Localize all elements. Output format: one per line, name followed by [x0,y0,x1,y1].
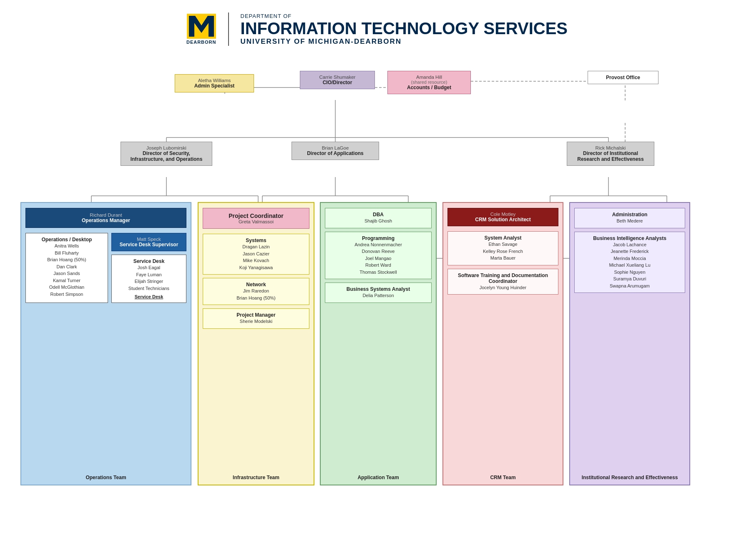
crm-team-box: Cole Motley CRM Solution Architect Syste… [442,202,563,485]
bsa-people: Delia Patterson [329,292,428,299]
systems-title: Systems [206,238,306,243]
dba-title: DBA [329,212,428,218]
provost-label: Provost Office [592,75,654,80]
proj-manager-people: Sherie Modelski [206,318,306,325]
richard-title: Operations Manager [31,218,181,223]
dba-people: Shajib Ghosh [329,218,428,225]
org-chart-container: Aletha Williams Admin Specialist Carrie … [8,54,746,533]
cole-title: CRM Solution Architect [452,217,554,222]
brian-lagoe-title: Director of Applications [296,150,374,156]
service-desk-link[interactable]: Service Desk [115,294,183,299]
rick-box: Rick Michalski Director of Institutional… [567,142,654,166]
page-header: DEARBORN DEPARTMENT OF INFORMATION TECHN… [0,0,754,54]
sw-training-title: Software Training and Documentation Coor… [451,272,555,284]
ops-team-label: Operations Team [21,473,191,480]
cole-box: Cole Motley CRM Solution Architect [447,208,558,226]
bi-analysts-title: Business Intelligence Analysts [578,235,681,241]
matt-name: Matt Speck [115,237,183,242]
infra-team-box: Project Coordinator Greta Valmassoi Syst… [198,202,314,485]
amanda-name: Amanda Hill [392,75,466,80]
proj-coord-box: Project Coordinator Greta Valmassoi [203,208,309,229]
header-text: DEPARTMENT OF INFORMATION TECHNOLOGY SER… [241,13,568,46]
brian-lagoe-box: Brian LaGoe Director of Applications [292,142,379,160]
amanda-note: (shared resource) [392,80,466,85]
app-team-label: Application Team [321,473,436,480]
dba-box: DBA Shajib Ghosh [325,208,432,228]
aletha-box: Aletha Williams Admin Specialist [175,74,254,92]
bi-analysts-box: Business Intelligence Analysts Jacob Lac… [574,232,685,293]
ops-desktop-people: Anitra WellsBill FluhartyBrian Hoang (50… [29,242,104,298]
crm-team-label: CRM Team [443,473,563,480]
matt-box: Matt Speck Service Desk Supervisor [111,233,186,251]
service-desk-box: Service Desk Josh EagalFaye LumanElijah … [111,255,186,303]
bsa-box: Business Systems Analyst Delia Patterson [325,282,432,303]
service-desk-people: Josh EagalFaye LumanElijah StringerStude… [115,264,183,292]
aletha-title: Admin Specialist [179,83,249,89]
aletha-name: Aletha Williams [179,78,249,83]
its-label: INFORMATION TECHNOLOGY SERVICES [241,19,568,38]
systems-box: Systems Dragan LazinJason CazierMike Kov… [203,234,309,275]
infra-team-label: Infrastructure Team [199,473,314,480]
cio-title: CIO/Director [304,80,370,85]
amanda-title: Accounts / Budget [392,85,466,90]
proj-manager-title: Project Manager [206,312,306,318]
cio-box: Carrie Shumaker CIO/Director [300,71,375,89]
administration-box: Administration Beth Medere [574,208,685,228]
dept-label: DEPARTMENT OF [241,13,568,19]
ops-right: Matt Speck Service Desk Supervisor Servi… [111,233,186,303]
amanda-box: Amanda Hill (shared resource) Accounts /… [387,71,471,94]
richard-name: Richard Durant [31,212,181,218]
joseph-box: Joseph Lubomirski Director of Security, … [121,142,212,166]
app-team-box: DBA Shajib Ghosh Programming Andrea Nonn… [320,202,437,485]
brian-lagoe-name: Brian LaGoe [296,145,374,150]
proj-coord-title: Project Coordinator [208,212,304,219]
administration-title: Administration [578,212,681,218]
ire-team-label: Institutional Research and Effectiveness [570,473,689,480]
dearborn-label: DEARBORN [186,40,216,45]
michigan-m-logo [187,14,216,39]
ops-desktop-box: Operations / Desktop Anitra WellsBill Fl… [25,233,108,303]
proj-manager-box: Project Manager Sherie Modelski [203,308,309,329]
network-title: Network [206,282,306,288]
ops-inner: Operations / Desktop Anitra WellsBill Fl… [25,233,186,303]
umd-label: UNIVERSITY OF MICHIGAN-DEARBORN [241,38,568,46]
programming-box: Programming Andrea NonnenmacherDonovan R… [325,232,432,280]
org-chart: Aletha Williams Admin Specialist Carrie … [8,54,746,533]
system-analyst-title: System Analyst [451,235,555,241]
joseph-title: Director of Security, Infrastructure, an… [125,150,208,162]
programming-title: Programming [329,235,428,241]
header-divider [228,12,229,46]
ire-label-text: Institutional Research and Effectiveness [582,475,678,480]
system-analyst-box: System Analyst Ethan SavageKelley Rose F… [447,231,558,265]
bsa-title: Business Systems Analyst [329,286,428,292]
rick-title: Director of Institutional Research and E… [571,150,650,162]
service-desk-title: Service Desk [115,258,183,264]
network-people: Jim RaredonBrian Hoang (50%) [206,288,306,301]
cio-name: Carrie Shumaker [304,75,370,80]
programming-people: Andrea NonnenmacherDonovan ReeveJoel Man… [329,241,428,276]
administration-people: Beth Medere [578,218,681,225]
matt-title: Service Desk Supervisor [115,242,183,248]
logo-block: DEARBORN [186,14,216,45]
cole-name: Cole Motley [452,212,554,217]
provost-box: Provost Office [588,71,658,84]
sw-training-people: Jocelyn Young Huinder [451,284,555,291]
richard-box: Richard Durant Operations Manager [25,208,186,228]
ire-team-box: Administration Beth Medere Business Inte… [569,202,690,485]
sw-training-box: Software Training and Documentation Coor… [447,269,558,295]
network-box: Network Jim RaredonBrian Hoang (50%) [203,278,309,305]
system-analyst-people: Ethan SavageKelley Rose FrenchMarta Baue… [451,241,555,262]
joseph-name: Joseph Lubomirski [125,145,208,150]
ops-desktop-title: Operations / Desktop [29,237,104,242]
systems-people: Dragan LazinJason CazierMike KovachKoji … [206,243,306,271]
ops-team-box: Richard Durant Operations Manager Operat… [20,202,191,485]
proj-coord-name: Greta Valmassoi [208,219,304,224]
bi-analysts-people: Jacob LachanceJeanette FrederickMerinda … [578,241,681,290]
rick-name: Rick Michalski [571,145,650,150]
